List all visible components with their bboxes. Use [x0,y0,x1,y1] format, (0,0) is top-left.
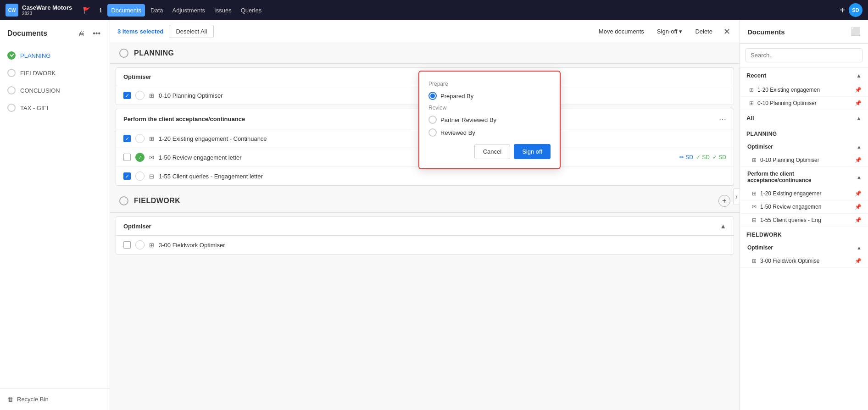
doc-name-fieldwork-optimiser: 3-00 Fieldwork Optimiser [159,242,726,249]
doc-checkbox-existing[interactable] [123,135,131,142]
doc-type-grid-icon-2: ⊞ [149,135,154,142]
list-item[interactable]: ✉ 1-50 Review engagemen 📌 [740,200,868,214]
modal-cancel-button[interactable]: Cancel [474,144,510,159]
signoff-pending-sd: ✏ SD [679,154,693,161]
reviewed-by-option[interactable]: Reviewed By [428,128,551,137]
panel-perform-subsection: Perform the client acceptance/continuanc… [740,167,868,227]
prepared-by-label: Prepared By [440,93,473,100]
table-row: ⊟ 1-55 Client queries - Engagement lette… [116,167,734,185]
review-label: Review [428,105,551,111]
info-button[interactable]: ℹ [96,4,106,17]
partner-reviewed-label: Partner Reviewed By [440,116,496,123]
perform-header-dots[interactable]: ⋯ [719,115,726,123]
app-name-group: CaseWare Motors 2023 [22,4,72,16]
nav-issues[interactable]: Issues [211,4,235,17]
right-panel-collapse[interactable]: › [733,188,740,205]
recycle-icon: 🗑 [7,396,13,403]
modal-signoff-button[interactable]: Sign off [514,144,551,159]
panel-queries-name: 1-55 Client queries - Eng [760,217,851,223]
sidebar-item-fieldwork-label: FIELDWORK [20,70,56,77]
fieldwork-section-title: FIELDWORK [134,197,180,205]
reviewed-by-label: Reviewed By [440,129,475,136]
doc-name-review: 1-50 Review engagement letter [159,154,671,161]
panel-tab-icon: ⬜ [851,27,861,37]
panel-optimiser-header[interactable]: Optimiser ▲ [740,140,868,154]
fieldwork-add-button[interactable]: + [718,195,730,207]
doc-checkbox-planning-optimiser[interactable] [123,92,131,99]
doc-checkbox-fieldwork-optimiser[interactable] [123,241,131,249]
tax-status-indicator [7,104,16,112]
recent-item-2-name: 0-10 Planning Optimiser [757,100,851,106]
deselect-all-button[interactable]: Deselect All [169,25,214,38]
recent-section-header[interactable]: Recent ▲ [740,67,868,83]
selection-bar: 3 items selected Deselect All Move docum… [110,20,740,43]
sidebar-item-planning[interactable]: PLANNING [0,47,110,64]
fieldwork-optimiser-collapse[interactable]: ▲ [720,222,726,230]
panel-planning-optimiser-name: 0-10 Planning Optimiser [760,157,851,163]
sign-off-button[interactable]: Sign-off ▾ [653,25,686,38]
reviewed-by-radio[interactable] [428,128,437,137]
partner-reviewed-option[interactable]: Partner Reviewed By [428,116,551,124]
close-selection-button[interactable]: ✕ [722,25,732,39]
fieldwork-optimiser-header: Optimiser ▲ [116,217,734,236]
right-panel: Documents ⬜ Recent ▲ ⊞ 1-20 Existing eng… [740,20,868,410]
panel-perform-header[interactable]: Perform the client acceptance/continuanc… [740,167,868,187]
fieldwork-optimiser-group: Optimiser ▲ ⊞ 3-00 Fieldwork Optimiser [116,216,734,255]
search-box [740,44,868,67]
list-item[interactable]: ⊞ 0-10 Planning Optimiser 📌 [740,154,868,167]
add-button[interactable]: + [840,5,845,16]
top-navigation: CW CaseWare Motors 2023 🚩 ℹ Documents Da… [0,0,868,20]
doc-circle-queries [135,172,145,181]
signoff-modal: Prepare Prepared By Review Partner Revie… [418,71,561,169]
sidebar-item-fieldwork[interactable]: FIELDWORK [0,64,110,82]
nav-documents[interactable]: Documents [107,4,145,17]
list-item[interactable]: ⊞ 1-20 Existing engagemen 📌 [740,83,868,97]
prepare-label: Prepare [428,81,551,87]
sidebar-header: Documents 🖨 ••• [0,20,110,43]
sidebar-title: Documents [7,29,72,38]
move-documents-button[interactable]: Move documents [595,25,648,38]
recent-section: Recent ▲ ⊞ 1-20 Existing engagemen 📌 ⊞ 0… [740,67,868,110]
fieldwork-optimiser-title: Optimiser [123,223,720,230]
doc-circle-planning-optimiser [135,91,145,100]
app-name: CaseWare Motors [22,4,72,11]
search-input[interactable] [746,48,862,62]
panel-fieldwork-optimiser-header[interactable]: Optimiser ▲ [740,241,868,255]
sidebar-item-tax-gifi[interactable]: TAX - GIFI [0,99,110,116]
doc-circle-review: ✓ [135,153,145,162]
nav-adjustments[interactable]: Adjustments [169,4,209,17]
recycle-bin-button[interactable]: 🗑 Recycle Bin [7,394,49,404]
recent-section-title: Recent [746,72,856,79]
sidebar-more-button[interactable]: ••• [91,28,102,39]
nav-queries[interactable]: Queries [237,4,266,17]
recent-item-1-pin: 📌 [855,87,862,93]
prepared-by-option[interactable]: Prepared By [428,92,551,100]
partner-reviewed-radio[interactable] [428,116,437,124]
modal-actions: Cancel Sign off [428,144,551,159]
sidebar-item-conclusion[interactable]: CONCLUSION [0,82,110,99]
sign-off-label: Sign-off [657,28,678,35]
list-item[interactable]: ⊟ 1-55 Client queries - Eng 📌 [740,214,868,227]
list-item[interactable]: ⊞ 1-20 Existing engagemer 📌 [740,187,868,200]
topnav-right: + SD [840,3,862,17]
recent-item-1-icon: ⊞ [749,87,754,93]
doc-signoff-review: ✏ SD ✓ SD ✓ SD [679,154,726,161]
all-section-title: All [746,115,856,122]
avatar[interactable]: SD [849,3,862,17]
doc-checkbox-review[interactable] [123,154,131,161]
prepared-by-radio[interactable] [428,92,437,100]
flag-button[interactable]: 🚩 [79,4,94,17]
panel-queries-pin: 📌 [855,217,862,223]
delete-button[interactable]: Delete [691,25,716,38]
recent-item-2-icon: ⊞ [749,100,754,106]
doc-type-grid-icon-3: ⊟ [149,173,154,180]
recent-item-1-name: 1-20 Existing engagemen [757,87,851,93]
all-section-header[interactable]: All ▲ [740,110,868,126]
doc-checkbox-queries[interactable] [123,172,131,180]
content-area: 3 items selected Deselect All Move docum… [110,20,740,410]
doc-type-envelope-icon: ✉ [149,154,154,161]
nav-data[interactable]: Data [147,4,167,17]
sidebar-print-button[interactable]: 🖨 [76,28,87,39]
list-item[interactable]: ⊞ 0-10 Planning Optimiser 📌 [740,97,868,110]
list-item[interactable]: ⊞ 3-00 Fieldwork Optimise 📌 [740,255,868,268]
